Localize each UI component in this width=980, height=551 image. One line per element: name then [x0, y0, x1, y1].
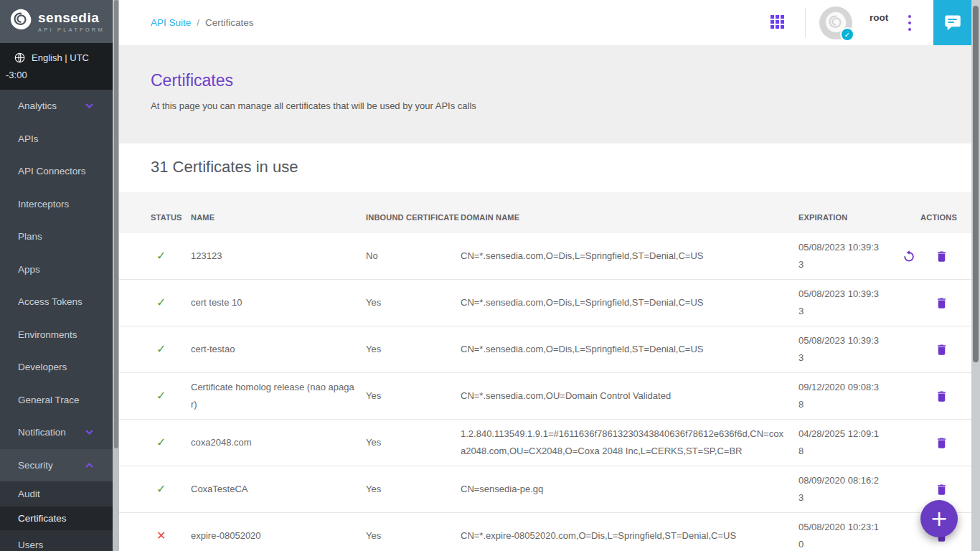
brand-name: sensedia	[38, 11, 105, 24]
check-icon: ✓	[156, 249, 166, 263]
page-scrollbar-track	[971, 0, 980, 551]
breadcrumb: API Suite / Certificates	[151, 0, 254, 45]
avatar[interactable]: ✓	[819, 6, 852, 39]
table-row: ✓ Certificate homolog release (nao apaga…	[119, 373, 971, 420]
sidebar-item-general-trace[interactable]: General Trace	[0, 384, 113, 417]
add-certificate-button[interactable]: +	[920, 500, 958, 537]
trash-icon[interactable]	[935, 296, 948, 310]
sidebar-item-label: Security	[18, 460, 53, 471]
certificate-name: cert-testao	[191, 341, 366, 358]
domain-name-value: CN=*.sensedia.com,OU=Domain Control Vali…	[461, 387, 798, 405]
sidebar-item-plans[interactable]: Plans	[0, 220, 113, 253]
apps-grid-icon[interactable]	[771, 15, 785, 29]
chevron-down-icon	[85, 430, 93, 435]
table-header-row: STATUS NAME INBOUND CERTIFICATE DOMAIN N…	[119, 192, 971, 233]
column-header-inbound-certificate: INBOUND CERTIFICATE	[366, 211, 461, 225]
sidebar-item-audit[interactable]: Audit	[0, 481, 113, 507]
check-icon: ✓	[156, 342, 166, 356]
expiration-value: 08/09/2020 08:16:23	[798, 472, 883, 507]
trash-icon[interactable]	[935, 250, 948, 263]
sidebar-item-label: Plans	[18, 231, 42, 242]
page-scrollbar-thumb[interactable]	[973, 6, 979, 362]
topbar: API Suite / Certificates ✓ root	[119, 0, 971, 45]
inbound-certificate-value: Yes	[366, 294, 461, 311]
certificate-name: expire-08052020	[191, 527, 366, 545]
certificates-count-heading: 31 Certificates in use	[151, 158, 971, 176]
sidebar-scrollbar-thumb[interactable]	[114, 0, 118, 448]
breadcrumb-current-page: Certificates	[205, 17, 254, 28]
inbound-certificate-value: No	[366, 248, 461, 265]
expiration-value: 04/28/2025 12:09:18	[798, 425, 883, 460]
verified-badge-icon: ✓	[840, 27, 854, 42]
sidebar-item-security[interactable]: Security	[0, 449, 113, 482]
sidebar-item-analytics[interactable]: Analytics	[0, 90, 113, 123]
trash-icon[interactable]	[935, 483, 948, 496]
domain-name-value: CN=*.sensedia.com,O=Dis,L=Springfield,ST…	[461, 341, 798, 358]
sidebar-item-label: Analytics	[18, 100, 57, 111]
sidebar-item-label: Environments	[18, 329, 77, 340]
sidebar-item-users[interactable]: Users	[0, 530, 113, 551]
column-header-name: NAME	[191, 211, 366, 225]
sidebar-item-label: Apps	[18, 264, 40, 275]
domain-name-value: CN=*.sensedia.com,O=Dis,L=Springfield,ST…	[461, 248, 798, 265]
inbound-certificate-value: Yes	[366, 387, 461, 405]
sidebar-item-developers[interactable]: Developers	[0, 351, 113, 384]
column-header-status: STATUS	[151, 211, 191, 225]
domain-name-value: CN=sensedia-pe.gq	[461, 481, 798, 498]
globe-icon	[14, 52, 25, 63]
sidebar-item-api-connectors[interactable]: API Connectors	[0, 155, 113, 188]
breadcrumb-separator: /	[197, 17, 199, 28]
expiration-value: 05/08/2020 10:23:10	[798, 519, 883, 551]
sidebar-item-apps[interactable]: Apps	[0, 253, 113, 286]
sidebar-item-apis[interactable]: APIs	[0, 123, 113, 156]
trash-icon[interactable]	[935, 390, 948, 403]
certificates-count-section: 31 Certificates in use	[119, 143, 971, 192]
certificates-table: STATUS NAME INBOUND CERTIFICATE DOMAIN N…	[119, 192, 971, 551]
chevron-down-icon	[85, 103, 93, 108]
sidebar-item-notification[interactable]: Notification	[0, 416, 113, 449]
main-content: API Suite / Certificates ✓ root	[119, 0, 971, 551]
table-row: ✓ 123123 No CN=*.sensedia.com,O=Dis,L=Sp…	[119, 233, 971, 280]
sidebar-scrollbar-track	[113, 0, 119, 551]
breadcrumb-api-suite-link[interactable]: API Suite	[151, 17, 191, 28]
certificate-name: Certificate homolog release (nao apagar)	[191, 379, 366, 413]
username-label: root	[870, 12, 888, 23]
brand-logo[interactable]: sensedia API PLATFORM	[0, 0, 113, 43]
check-icon: ✓	[156, 435, 166, 449]
chat-button[interactable]	[933, 0, 971, 45]
chat-icon	[943, 13, 962, 32]
kebab-menu-icon[interactable]	[904, 14, 915, 32]
certificate-name: cert teste 10	[191, 294, 366, 311]
sidebar-item-label: Access Tokens	[18, 296, 83, 307]
table-row: ✓ CoxaTesteCA Yes CN=sensedia-pe.gq 08/0…	[119, 466, 971, 513]
column-header-domain-name: DOMAIN NAME	[461, 211, 798, 225]
refresh-icon[interactable]	[902, 249, 916, 263]
check-icon: ✓	[156, 482, 166, 496]
trash-icon[interactable]	[935, 436, 948, 450]
topbar-divider	[805, 8, 806, 37]
sidebar-item-label: Users	[18, 540, 43, 550]
sensedia-logo-icon	[9, 8, 33, 35]
sidebar-item-label: API Connectors	[18, 166, 86, 176]
domain-name-value: CN=*.sensedia.com,O=Dis,L=Springfield,ST…	[461, 294, 798, 311]
trash-icon[interactable]	[935, 343, 948, 357]
sidebar-item-certificates[interactable]: Certificates	[0, 507, 113, 530]
sidebar-menu: Analytics APIs API Connectors Intercepto…	[0, 90, 113, 551]
table-row: ✕ expire-08052020 Yes CN=*.expire-080520…	[119, 513, 971, 551]
sidebar-item-access-tokens[interactable]: Access Tokens	[0, 286, 113, 319]
sidebar-item-label: Interceptors	[18, 199, 69, 209]
sidebar-item-environments[interactable]: Environments	[0, 319, 113, 352]
app-root: sensedia API PLATFORM English | UTC -3:0…	[0, 0, 980, 551]
inbound-certificate-value: Yes	[366, 434, 461, 451]
expiration-value: 09/12/2020 09:08:38	[798, 379, 883, 413]
domain-name-value: CN=*.expire-08052020.com,O=Dis,L=Springf…	[461, 527, 798, 545]
certificate-name: 123123	[191, 248, 366, 265]
page-title: Certificates	[151, 71, 971, 90]
table-row: ✓ coxa2048.com Yes 1.2.840.113549.1.9.1=…	[119, 420, 971, 466]
inbound-certificate-value: Yes	[366, 341, 461, 358]
certificate-name: CoxaTesteCA	[191, 481, 366, 498]
sidebar-item-label: Notification	[18, 427, 66, 438]
language-timezone-selector[interactable]: English | UTC -3:00	[0, 43, 113, 90]
column-header-actions: ACTIONS	[883, 211, 957, 225]
sidebar-item-interceptors[interactable]: Interceptors	[0, 188, 113, 221]
